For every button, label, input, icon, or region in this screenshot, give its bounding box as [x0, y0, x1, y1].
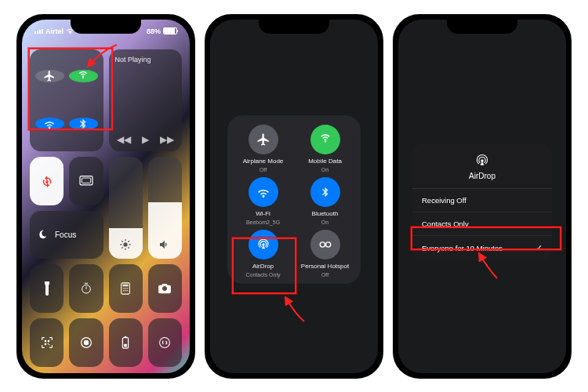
- bluetooth-icon: [320, 185, 331, 199]
- arrow-annotation: [281, 294, 312, 325]
- arrow-annotation: [82, 43, 121, 74]
- svg-point-1: [46, 180, 48, 181]
- svg-line-10: [128, 247, 129, 248]
- bluetooth-toggle[interactable]: [69, 118, 98, 130]
- flashlight-button[interactable]: [30, 264, 64, 313]
- wifi-toggle[interactable]: [35, 118, 64, 130]
- cell-label: Wi-Fi: [256, 210, 270, 217]
- cell-label: Personal Hotspot: [301, 263, 349, 270]
- moon-icon: [38, 229, 49, 240]
- svg-rect-3: [82, 178, 90, 183]
- phone-airdrop-menu: AirDrop Receiving Off Contacts Only Ever…: [393, 14, 572, 379]
- svg-point-19: [125, 288, 125, 289]
- cellular-cell[interactable]: Mobile Data On: [296, 125, 354, 172]
- bluetooth-circle: [310, 177, 340, 207]
- cell-label: Bluetooth: [312, 210, 339, 217]
- hotspot-cell[interactable]: Personal Hotspot Off: [296, 230, 354, 278]
- svg-rect-17: [123, 285, 129, 287]
- shazam-icon: [158, 336, 171, 349]
- airdrop-icon: [474, 153, 490, 169]
- camera-button[interactable]: [148, 264, 182, 313]
- svg-rect-26: [44, 343, 45, 344]
- svg-line-12: [128, 241, 129, 241]
- airplane-icon: [256, 132, 270, 147]
- hotspot-circle: [310, 230, 340, 260]
- svg-line-9: [122, 241, 122, 241]
- cell-sub: Off: [321, 272, 328, 278]
- carrier-label: Airtel: [45, 27, 64, 35]
- notch: [447, 16, 517, 34]
- airdrop-cell[interactable]: AirDrop Contacts Only: [234, 230, 292, 278]
- qr-icon: [41, 336, 53, 349]
- airplane-circle: [249, 125, 278, 154]
- airplane-cell[interactable]: Airplane Mode Off: [234, 125, 292, 172]
- svg-rect-25: [47, 339, 49, 341]
- control-center-grid: Not Playing ◀◀ ▶ ▶▶ Fo: [30, 49, 182, 367]
- airdrop-option-contacts[interactable]: Contacts Only: [412, 212, 552, 236]
- speaker-icon: [158, 238, 171, 251]
- volume-slider[interactable]: [148, 157, 182, 259]
- arrow-annotation: [475, 251, 506, 282]
- cell-sub: Contacts Only: [246, 272, 281, 278]
- svg-rect-0: [45, 180, 48, 183]
- bluetooth-icon: [78, 118, 89, 130]
- cell-label: AirDrop: [252, 263, 274, 270]
- play-icon[interactable]: ▶: [142, 134, 149, 145]
- svg-rect-33: [124, 343, 127, 347]
- svg-point-23: [127, 290, 128, 291]
- phone-control-center: Airtel 88%: [16, 14, 195, 379]
- next-icon[interactable]: ▶▶: [160, 134, 174, 145]
- cell-sub: Beebom2_5G: [246, 220, 280, 225]
- svg-point-36: [320, 241, 325, 246]
- cell-sub: Off: [260, 167, 267, 172]
- statusbar-left: Airtel: [34, 27, 74, 35]
- mirror-icon: [78, 175, 94, 187]
- airplane-toggle[interactable]: [35, 70, 64, 82]
- sun-icon: [119, 238, 132, 251]
- svg-point-20: [127, 288, 128, 289]
- prev-icon[interactable]: ◀◀: [117, 134, 131, 145]
- svg-point-21: [123, 290, 124, 291]
- svg-line-11: [122, 247, 122, 248]
- rotation-lock-button[interactable]: [30, 157, 64, 205]
- svg-point-4: [123, 242, 127, 246]
- signal-icon: [34, 29, 43, 34]
- notch: [71, 16, 141, 34]
- notch: [259, 16, 329, 34]
- battery-icon: [163, 27, 177, 34]
- timer-button[interactable]: [69, 264, 103, 313]
- qr-scan-button[interactable]: [30, 318, 64, 367]
- calculator-button[interactable]: [109, 264, 143, 313]
- cellular-circle: [310, 125, 340, 154]
- phone-connectivity-expanded: Airplane Mode Off Mobile Data On Wi-Fi B…: [205, 14, 383, 379]
- low-power-button[interactable]: [109, 318, 143, 367]
- svg-point-30: [84, 339, 89, 344]
- airdrop-title: AirDrop: [469, 172, 495, 180]
- low-power-icon: [121, 336, 130, 350]
- wifi-icon: [43, 118, 56, 130]
- svg-point-13: [82, 285, 91, 293]
- svg-rect-24: [44, 339, 45, 341]
- airdrop-circle: [249, 230, 278, 260]
- flashlight-icon: [42, 281, 53, 296]
- wifi-cell[interactable]: Wi-Fi Beebom2_5G: [234, 177, 292, 225]
- svg-rect-28: [49, 344, 49, 345]
- timer-icon: [80, 282, 93, 295]
- screen: AirDrop Receiving Off Contacts Only Ever…: [398, 20, 566, 373]
- screen: Airplane Mode Off Mobile Data On Wi-Fi B…: [210, 20, 378, 373]
- svg-rect-27: [47, 343, 48, 343]
- airplane-icon: [43, 70, 56, 82]
- screen: Airtel 88%: [22, 20, 190, 373]
- shazam-button[interactable]: [148, 318, 182, 367]
- bluetooth-cell[interactable]: Bluetooth On: [296, 177, 354, 225]
- airdrop-panel: AirDrop Receiving Off Contacts Only Ever…: [412, 143, 552, 260]
- screen-mirroring-button[interactable]: [69, 157, 103, 205]
- lock-rotation-icon: [40, 174, 54, 188]
- brightness-slider[interactable]: [109, 157, 143, 259]
- cellular-icon: [318, 132, 332, 147]
- airdrop-icon: [256, 238, 270, 252]
- airdrop-option-off[interactable]: Receiving Off: [412, 189, 552, 212]
- screen-record-button[interactable]: [69, 318, 103, 367]
- statusbar-right: 88%: [147, 27, 177, 35]
- focus-button[interactable]: Focus: [30, 211, 103, 260]
